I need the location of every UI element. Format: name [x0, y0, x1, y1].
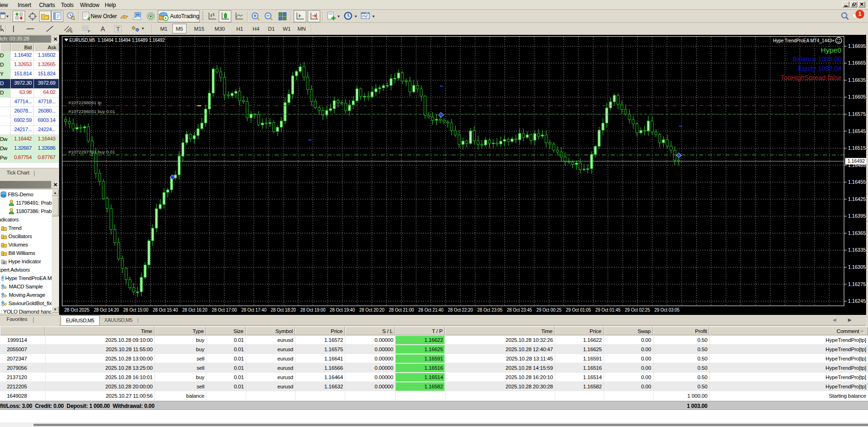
svg-text:1.16395: 1.16395: [848, 213, 866, 219]
svg-text:1.16425: 1.16425: [848, 196, 866, 202]
svg-text:28 Oct 20:20: 28 Oct 20:20: [359, 307, 384, 313]
svg-text:28 Oct 21:00: 28 Oct 21:00: [389, 307, 414, 313]
svg-text:28 Oct 14:20: 28 Oct 14:20: [94, 307, 119, 313]
svg-text:1.16245: 1.16245: [848, 298, 866, 304]
svg-text:28 Oct 16:20: 28 Oct 16:20: [182, 307, 208, 313]
svg-text:F: F: [88, 29, 90, 33]
svg-text:28 Oct 23:45: 28 Oct 23:45: [507, 307, 532, 313]
svg-text:1.16455: 1.16455: [848, 179, 866, 185]
svg-text:1.16665: 1.16665: [848, 60, 866, 66]
svg-text:1.16275: 1.16275: [848, 281, 866, 287]
svg-text:29 Oct 01:05: 29 Oct 01:05: [566, 307, 591, 313]
svg-text:28 Oct 21:40: 28 Oct 21:40: [418, 307, 444, 313]
svg-text:29 Oct 03:05: 29 Oct 03:05: [654, 307, 680, 313]
svg-text:1.16605: 1.16605: [848, 94, 866, 100]
svg-text:Balance 1003.00: Balance 1003.00: [793, 55, 841, 63]
svg-text:1.16635: 1.16635: [848, 77, 866, 83]
svg-text:1.16492: 1.16492: [848, 159, 865, 164]
svg-text:28 Oct 17:00: 28 Oct 17:00: [212, 307, 237, 313]
svg-text:29 Oct 02:25: 29 Oct 02:25: [625, 307, 650, 313]
svg-text:28 Oct 19:00: 28 Oct 19:00: [300, 307, 325, 313]
svg-text:28 Oct 15:40: 28 Oct 15:40: [153, 307, 178, 313]
svg-text:EURUSD,M5 1.16494 1.16494 1.1: EURUSD,M5 1.16494 1.16494 1.16489 1.1649…: [69, 37, 165, 43]
svg-text:Hype0: Hype0: [821, 46, 841, 54]
svg-text:1.16335: 1.16335: [848, 247, 866, 253]
svg-text:1.16695: 1.16695: [848, 43, 866, 49]
svg-text:T: T: [116, 26, 120, 33]
svg-text:1.16545: 1.16545: [848, 128, 866, 134]
svg-text:29 Oct 01:45: 29 Oct 01:45: [595, 307, 620, 313]
svg-text:1.16575: 1.16575: [848, 111, 866, 117]
svg-text:28 Oct 15:00: 28 Oct 15:00: [123, 307, 148, 313]
svg-text:28 Oct 2025: 28 Oct 2025: [64, 307, 89, 313]
svg-text:Hype TrendProEA MT4_1443+: Hype TrendProEA MT4_1443+: [773, 38, 834, 43]
svg-text:#1072298091 tp: #1072298091 tp: [68, 100, 101, 105]
svg-text:1.16365: 1.16365: [848, 230, 866, 236]
svg-text:#1072297791 buy 0.01: #1072297791 buy 0.01: [68, 149, 115, 154]
svg-text:28 Oct 23:05: 28 Oct 23:05: [478, 307, 503, 313]
svg-text:Equity 1002.04: Equity 1002.04: [798, 65, 842, 72]
svg-text:29 Oct 00:25: 29 Oct 00:25: [536, 307, 561, 313]
svg-text:#1072296031 buy 0.01: #1072296031 buy 0.01: [68, 109, 115, 114]
svg-text:28 Oct 17:40: 28 Oct 17:40: [241, 307, 266, 313]
svg-text:1.16305: 1.16305: [848, 264, 866, 270]
svg-text:28 Oct 18:20: 28 Oct 18:20: [271, 307, 296, 313]
svg-text:28 Oct 22:20: 28 Oct 22:20: [448, 307, 473, 313]
svg-text:TooHighSpread-false: TooHighSpread-false: [781, 74, 841, 81]
svg-text:1.16515: 1.16515: [848, 145, 866, 151]
svg-text:E: E: [70, 29, 73, 33]
svg-text:28 Oct 19:40: 28 Oct 19:40: [330, 307, 355, 313]
